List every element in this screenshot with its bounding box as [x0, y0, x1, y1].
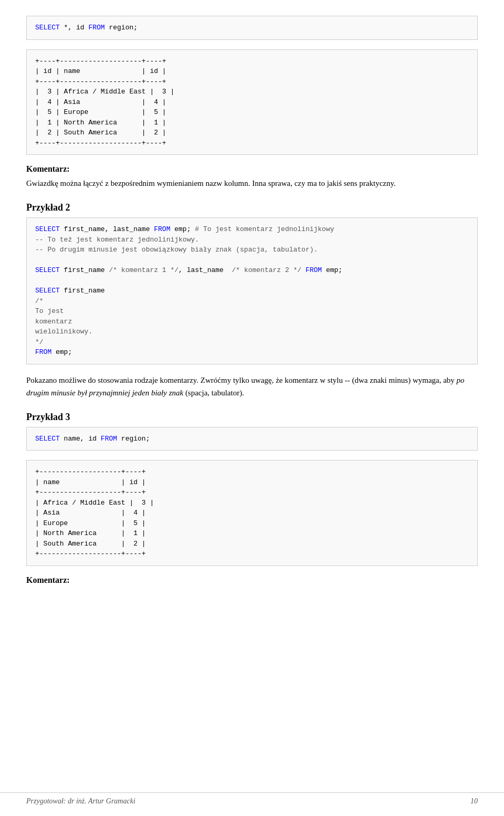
code-block-1: SELECT *, id FROM region; [26, 16, 478, 40]
commentary-label-1: Komentarz: [26, 164, 478, 174]
page-footer: Przygotował: dr inż. Artur Gramacki 10 [0, 792, 504, 805]
result-table-1: +----+--------------------+----+ | id | … [26, 49, 478, 155]
section-heading-2: Przykład 2 [26, 202, 478, 213]
footer-author: Przygotował: dr inż. Artur Gramacki [26, 797, 135, 805]
code-block-2: SELECT first_name, last_name FROM emp; #… [26, 217, 478, 364]
commentary-italic-2: po drugim minusie był przynajmniej jeden… [26, 376, 465, 397]
keyword-select: SELECT [35, 24, 60, 32]
code-block-3: SELECT name, id FROM region; [26, 427, 478, 451]
commentary-label-3: Komentarz: [26, 576, 478, 585]
keyword-from: FROM [88, 24, 104, 32]
footer-page-number: 10 [470, 797, 478, 805]
result-table-3: +--------------------+----+ | name | id … [26, 460, 478, 566]
section-heading-3: Przykład 3 [26, 412, 478, 423]
commentary-text-1: Gwiazdkę można łączyć z bezpośrednim wym… [26, 177, 478, 190]
commentary-text-2: Pokazano możliwe do stosowania rodzaje k… [26, 374, 478, 399]
